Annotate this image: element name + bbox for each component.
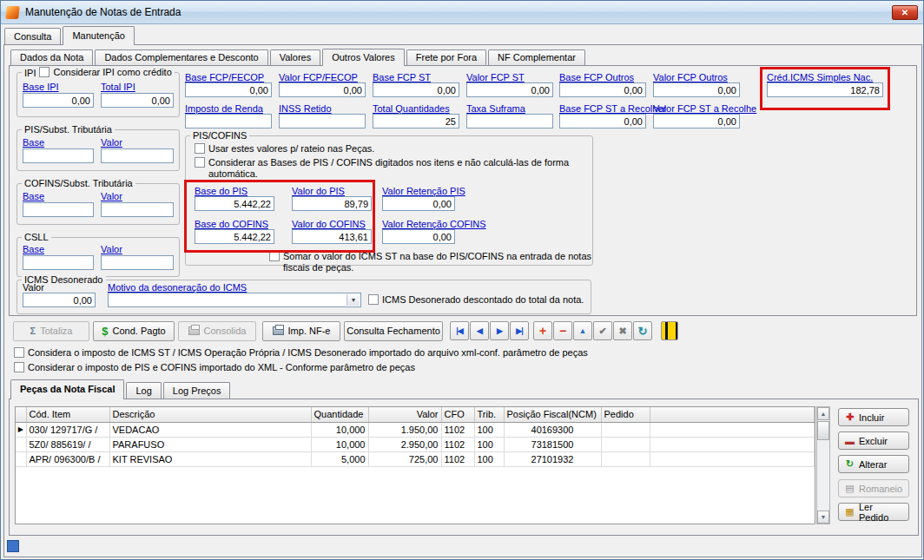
col-header-quantidade[interactable]: Quantidade bbox=[311, 407, 368, 422]
taxa-suframa-input[interactable] bbox=[466, 114, 553, 128]
tab-nf-complementar[interactable]: NF Complementar bbox=[488, 49, 585, 65]
cancel-record-button[interactable]: ✖ bbox=[613, 321, 632, 340]
base-fcp-st-recolher-input[interactable]: 0,00 bbox=[559, 114, 646, 128]
tab-consulta[interactable]: Consulta bbox=[4, 28, 61, 44]
motivo-desoneracao-combobox[interactable]: ▼ bbox=[108, 293, 361, 307]
edit-record-button[interactable]: ▲ bbox=[573, 321, 592, 340]
valor-retencao-pis-label: Valor Retenção PIS bbox=[382, 186, 465, 196]
group-icms-desonerado: ICMS Desonerado Valor 0,00 Motivo da des… bbox=[16, 280, 591, 314]
post-record-button[interactable]: ✔ bbox=[593, 321, 612, 340]
col-header-cod-item[interactable]: Cód. Item bbox=[26, 407, 109, 422]
valor-retencao-pis-input[interactable]: 0,00 bbox=[382, 196, 455, 211]
tab-manutencao[interactable]: Manutenção bbox=[63, 26, 135, 45]
refresh-button[interactable]: ↻ bbox=[633, 321, 652, 340]
inss-retido-input[interactable] bbox=[279, 114, 366, 128]
somar-icms-st-checkbox[interactable]: Somar o valor do ICMS ST na base do PIS/… bbox=[269, 251, 592, 273]
col-header-ncm[interactable]: Posição Fiscal(NCM) bbox=[504, 407, 601, 422]
cred-icms-input[interactable]: 182,78 bbox=[767, 82, 883, 97]
valor-retencao-cofins-input[interactable]: 0,00 bbox=[382, 229, 455, 244]
incluir-label: Incluir bbox=[859, 412, 884, 423]
cell-cod-item: APR/ 096300/B / bbox=[26, 451, 109, 466]
base-fcp-fecop-label: Base FCP/FECOP bbox=[185, 72, 264, 82]
imposto-renda-input[interactable] bbox=[185, 114, 272, 128]
scroll-down-button[interactable]: ▼ bbox=[817, 511, 829, 524]
tab-dados-complementares[interactable]: Dados Complementares e Desconto bbox=[95, 49, 267, 65]
cell-cfo: 1102 bbox=[441, 422, 474, 437]
valor-fcp-outros-input[interactable]: 0,00 bbox=[653, 82, 740, 97]
base-fcp-st-input[interactable]: 0,00 bbox=[373, 82, 459, 97]
checkbox-box[interactable] bbox=[368, 294, 379, 305]
table-row[interactable]: 5Z0/ 885619/ / PARAFUSO 10,000 2.950,00 … bbox=[16, 437, 815, 451]
base-fcp-outros-input[interactable]: 0,00 bbox=[559, 82, 646, 97]
chevron-down-icon[interactable]: ▼ bbox=[346, 294, 360, 306]
tab-frete-por-fora[interactable]: Frete por Fora bbox=[406, 49, 486, 65]
icms-xml-checkbox[interactable]: Considera o imposto de ICMS ST / ICMS Op… bbox=[14, 347, 588, 359]
valor-fcp-fecop-input[interactable]: 0,00 bbox=[279, 82, 366, 97]
checkbox-box[interactable] bbox=[39, 67, 50, 77]
pis-subst-valor-input[interactable] bbox=[101, 148, 174, 163]
valor-fcp-st-recolher-input[interactable]: 0,00 bbox=[653, 114, 740, 128]
nav-prev-button[interactable]: ◀ bbox=[470, 321, 489, 340]
col-header-cfo[interactable]: CFO bbox=[441, 407, 474, 422]
total-ipi-input[interactable]: 0,00 bbox=[101, 93, 174, 108]
col-header-pedido[interactable]: Pedido bbox=[601, 407, 650, 422]
tab-dados-da-nota[interactable]: Dados da Nota bbox=[10, 49, 93, 65]
nav-next-button[interactable]: ▶ bbox=[490, 321, 509, 340]
base-pis-input[interactable]: 5.442,22 bbox=[195, 196, 274, 211]
vertical-scrollbar[interactable]: ▲ ▼ bbox=[816, 406, 830, 524]
valor-fcp-st-input[interactable]: 0,00 bbox=[466, 82, 553, 97]
valor-pis-input[interactable]: 89,79 bbox=[292, 196, 372, 211]
total-quantidades-input[interactable]: 25 bbox=[373, 114, 459, 128]
nav-prev-icon: ◀ bbox=[477, 326, 482, 335]
tab-log[interactable]: Log bbox=[126, 382, 161, 399]
tab-outros-valores[interactable]: Outros Valores bbox=[322, 49, 405, 66]
incluir-button[interactable]: ✚ Incluir bbox=[838, 408, 909, 426]
alterar-button[interactable]: ↻ Alterar bbox=[838, 455, 909, 473]
title-bar[interactable]: Manutenção de Notas de Entrada ✕ bbox=[1, 1, 923, 24]
icms-desonerado-descontado-checkbox[interactable]: ICMS Desonerado descontado do total da n… bbox=[368, 294, 584, 306]
cofins-subst-valor-input[interactable] bbox=[101, 202, 174, 217]
close-button[interactable]: ✕ bbox=[892, 5, 918, 20]
checkbox-box[interactable] bbox=[14, 362, 24, 372]
col-header-descricao[interactable]: Descrição bbox=[109, 407, 311, 422]
cofins-subst-base-input[interactable] bbox=[23, 202, 94, 217]
tab-log-precos[interactable]: Log Preços bbox=[163, 382, 231, 399]
tab-pecas-nota-fiscal[interactable]: Peças da Nota Fiscal bbox=[10, 379, 124, 399]
base-fcp-outros-label: Base FCP Outros bbox=[559, 72, 634, 82]
checkbox-box[interactable] bbox=[195, 157, 205, 168]
ipi-credito-checkbox[interactable]: Considerar IPI como crédito bbox=[39, 67, 171, 78]
pis-subst-base-input[interactable] bbox=[23, 148, 94, 163]
checkbox-box[interactable] bbox=[269, 251, 280, 261]
base-ipi-input[interactable]: 0,00 bbox=[23, 93, 94, 108]
close-icon: ✕ bbox=[901, 8, 908, 17]
nav-last-button[interactable]: ▶| bbox=[510, 321, 529, 340]
scrollbar-thumb[interactable] bbox=[817, 421, 829, 440]
insert-record-button[interactable]: + bbox=[533, 321, 552, 340]
pis-cofins-xml-checkbox[interactable]: Considerar o imposto de PIS e COFINS imp… bbox=[14, 362, 415, 373]
tab-valores[interactable]: Valores bbox=[270, 49, 320, 65]
consulta-fechamento-button[interactable]: Consulta Fechamento bbox=[344, 321, 443, 341]
csll-base-input[interactable] bbox=[23, 255, 94, 270]
base-fcp-fecop-input[interactable]: 0,00 bbox=[185, 82, 272, 97]
checkbox-box[interactable] bbox=[14, 347, 24, 358]
rateio-pecas-checkbox[interactable]: Usar estes valores p/ rateio nas Peças. bbox=[195, 143, 374, 155]
table-row[interactable]: APR/ 096300/B / KIT REVISAO 5,000 725,00… bbox=[16, 451, 815, 466]
col-header-trib[interactable]: Trib. bbox=[474, 407, 504, 422]
icms-desonerado-valor-input[interactable]: 0,00 bbox=[23, 293, 96, 307]
col-header-valor[interactable]: Valor bbox=[368, 407, 441, 422]
excluir-button[interactable]: ▬ Excluir bbox=[838, 432, 909, 450]
valor-cofins-input[interactable]: 413,61 bbox=[292, 229, 372, 244]
imp-nfe-button[interactable]: Imp. NF-e bbox=[262, 321, 340, 341]
cell-pedido bbox=[601, 422, 650, 437]
nav-first-button[interactable]: |◀ bbox=[450, 321, 469, 340]
table-row[interactable]: ▶ 030/ 129717/G / VEDACAO 10,000 1.950,0… bbox=[16, 422, 815, 437]
yellow-tool-button[interactable] bbox=[661, 321, 678, 340]
delete-record-button[interactable]: − bbox=[553, 321, 572, 340]
csll-valor-input[interactable] bbox=[101, 255, 174, 270]
base-cofins-input[interactable]: 5.442,22 bbox=[195, 229, 274, 244]
cond-pagto-button[interactable]: $ Cond. Pagto bbox=[93, 321, 175, 341]
ler-pedido-button[interactable]: ▦ Ler Pedido bbox=[838, 503, 909, 521]
checkbox-box[interactable] bbox=[195, 143, 205, 154]
scroll-up-button[interactable]: ▲ bbox=[817, 407, 829, 420]
bases-digitadas-checkbox[interactable]: Considerar as Bases de PIS / COFINS digi… bbox=[195, 157, 584, 180]
